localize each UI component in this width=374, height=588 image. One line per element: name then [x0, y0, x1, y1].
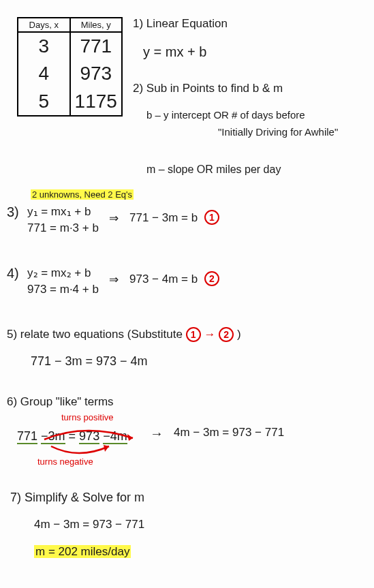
col-header-days: Days, x: [18, 18, 71, 33]
step2-m-line: m – slope OR miles per day: [146, 164, 281, 176]
step5-line: 5) relate two equations (Substitute 1 → …: [7, 327, 241, 342]
step5-close: ): [237, 328, 241, 341]
step6-arrow: →: [150, 426, 163, 442]
table-row: 3 771: [18, 33, 121, 60]
unknowns-note: 2 unknowns, Need 2 Eq's: [31, 187, 134, 201]
step7-answer: m = 202 miles/day: [34, 545, 131, 559]
circled-1: 1: [204, 210, 219, 225]
unknowns-note-text: 2 unknowns, Need 2 Eq's: [31, 189, 134, 200]
step4-eq2: 973 = m·4 + b: [27, 283, 99, 296]
sub-arrow-icon: →: [204, 328, 215, 341]
data-table: Days, x Miles, y 3 771 4 973 5 1175: [17, 17, 123, 117]
step4-number: 4): [7, 266, 19, 281]
turns-negative-note: turns negative: [37, 457, 93, 467]
step2-title: 2) Sub in Points to find b & m: [133, 82, 283, 95]
circled-1-ref-icon: 1: [186, 327, 201, 342]
table-row: 5 1175: [18, 88, 121, 115]
cell-x1: 3: [18, 33, 71, 60]
step3-eq2: 771 = m·3 + b: [27, 221, 99, 235]
step5-title: 5) relate two equations (Substitute: [7, 328, 183, 341]
step3-arrow: ⇒: [109, 211, 119, 226]
step4-result: 973 − 4m = b: [129, 273, 198, 286]
cell-x2: 4: [18, 60, 71, 87]
step6-title: 6) Group "like" terms: [7, 395, 114, 409]
step1-equation: y = mx + b: [143, 44, 206, 60]
cell-y3: 1175: [71, 88, 122, 115]
circled-2: 2: [204, 271, 219, 286]
step3-result: 771 − 3m = b: [129, 211, 198, 225]
step7-title: 7) Simplify & Solve for m: [10, 491, 144, 505]
step4-arrow: ⇒: [109, 273, 119, 287]
cell-x3: 5: [18, 88, 71, 115]
table-row: 4 973: [18, 60, 121, 87]
step3-eq1: y₁ = mx₁ + b: [27, 204, 91, 219]
step4-eq1: y₂ = mx₂ + b: [27, 266, 91, 280]
step7-eq: 4m − 3m = 973 − 771: [34, 518, 144, 531]
step3-number: 3): [7, 204, 19, 220]
col-header-miles: Miles, y: [71, 18, 122, 33]
swap-arrows-icon: [34, 419, 143, 457]
final-answer: m = 202 miles/day: [34, 545, 131, 558]
eq-label-2-icon: 2: [204, 271, 219, 286]
step2-b-line2: "Initially Driving for Awhile": [218, 126, 338, 138]
circled-2-ref-icon: 2: [219, 327, 234, 342]
eq-label-1-icon: 1: [204, 210, 219, 225]
step6-right: 4m − 3m = 973 − 771: [174, 426, 284, 439]
step2-b-line: b – y intercept OR # of days before: [146, 109, 305, 121]
step5-equation: 771 − 3m = 973 − 4m: [31, 354, 148, 369]
handwritten-notes-page: Days, x Miles, y 3 771 4 973 5 1175 1) L…: [0, 0, 374, 588]
table-header-row: Days, x Miles, y: [18, 18, 121, 33]
cell-y2: 973: [71, 60, 122, 87]
cell-y1: 771: [71, 33, 122, 60]
step1-title: 1) Linear Equation: [133, 17, 228, 31]
